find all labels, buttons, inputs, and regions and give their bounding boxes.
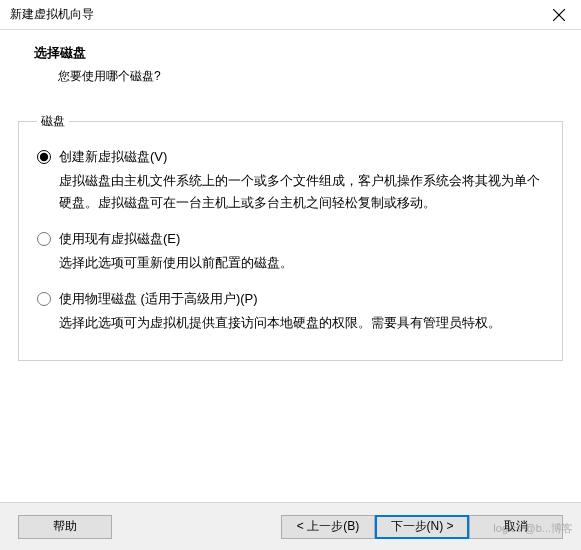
- option-create-new: 创建新虚拟磁盘(V) 虚拟磁盘由主机文件系统上的一个或多个文件组成，客户机操作系…: [37, 148, 544, 214]
- option-use-physical: 使用物理磁盘 (适用于高级用户)(P) 选择此选项可为虚拟机提供直接访问本地硬盘…: [37, 290, 544, 334]
- page-subheading: 您要使用哪个磁盘?: [34, 68, 561, 85]
- close-icon: [553, 9, 565, 21]
- option-create-new-row[interactable]: 创建新虚拟磁盘(V): [37, 148, 544, 166]
- nav-button-group: < 上一步(B) 下一步(N) >: [281, 515, 469, 539]
- cancel-button[interactable]: 取消: [469, 515, 563, 539]
- radio-create-new[interactable]: [37, 150, 51, 164]
- page-heading: 选择磁盘: [34, 44, 561, 62]
- option-create-new-label: 创建新虚拟磁盘(V): [59, 148, 167, 166]
- titlebar: 新建虚拟机向导: [0, 0, 581, 30]
- option-use-physical-label: 使用物理磁盘 (适用于高级用户)(P): [59, 290, 258, 308]
- radio-use-physical[interactable]: [37, 292, 51, 306]
- option-use-existing: 使用现有虚拟磁盘(E) 选择此选项可重新使用以前配置的磁盘。: [37, 230, 544, 274]
- option-use-existing-label: 使用现有虚拟磁盘(E): [59, 230, 180, 248]
- disk-group-legend: 磁盘: [37, 113, 69, 130]
- next-button[interactable]: 下一步(N) >: [375, 515, 469, 539]
- option-use-existing-desc: 选择此选项可重新使用以前配置的磁盘。: [37, 248, 544, 274]
- option-create-new-desc: 虚拟磁盘由主机文件系统上的一个或多个文件组成，客户机操作系统会将其视为单个硬盘。…: [37, 166, 544, 214]
- option-use-physical-row[interactable]: 使用物理磁盘 (适用于高级用户)(P): [37, 290, 544, 308]
- back-button[interactable]: < 上一步(B): [281, 515, 375, 539]
- close-button[interactable]: [536, 0, 581, 30]
- button-bar: 帮助 < 上一步(B) 下一步(N) > 取消: [0, 502, 581, 550]
- window-title: 新建虚拟机向导: [10, 6, 94, 23]
- help-button[interactable]: 帮助: [18, 515, 112, 539]
- radio-use-existing[interactable]: [37, 232, 51, 246]
- option-use-existing-row[interactable]: 使用现有虚拟磁盘(E): [37, 230, 544, 248]
- disk-group: 磁盘 创建新虚拟磁盘(V) 虚拟磁盘由主机文件系统上的一个或多个文件组成，客户机…: [18, 113, 563, 361]
- wizard-header: 选择磁盘 您要使用哪个磁盘?: [0, 30, 581, 103]
- option-use-physical-desc: 选择此选项可为虚拟机提供直接访问本地硬盘的权限。需要具有管理员特权。: [37, 308, 544, 334]
